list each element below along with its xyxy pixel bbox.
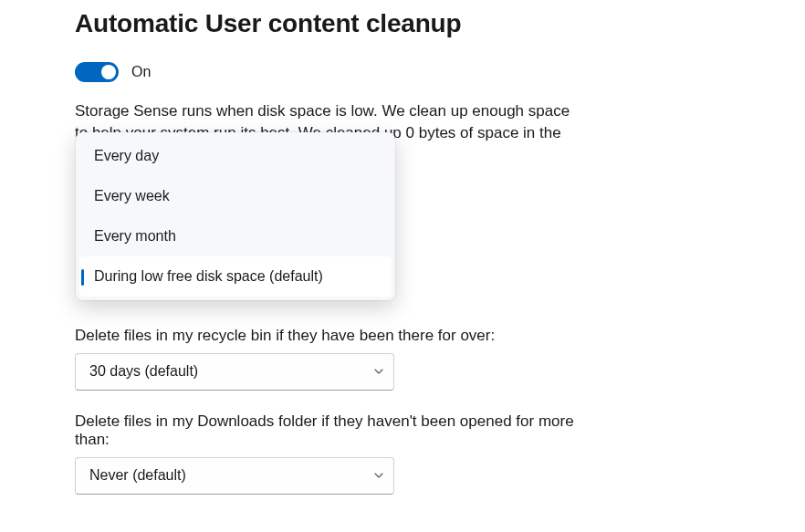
page-title: Automatic User content cleanup — [75, 9, 730, 38]
chevron-down-icon — [373, 470, 384, 481]
dropdown-option-low-disk-space[interactable]: During low free disk space (default) — [79, 256, 392, 297]
run-frequency-dropdown: Every day Every week Every month During … — [76, 132, 395, 300]
downloads-select-value: Never (default) — [89, 467, 186, 484]
dropdown-option-every-week[interactable]: Every week — [79, 176, 392, 216]
cleanup-toggle[interactable] — [75, 62, 119, 82]
toggle-knob — [101, 65, 116, 79]
downloads-label: Delete files in my Downloads folder if t… — [75, 412, 586, 449]
downloads-select[interactable]: Never (default) — [75, 457, 394, 495]
cleanup-toggle-row: On — [75, 62, 730, 82]
chevron-down-icon — [373, 366, 384, 377]
recycle-label: Delete files in my recycle bin if they h… — [75, 327, 730, 345]
recycle-select[interactable]: 30 days (default) — [75, 353, 394, 391]
recycle-select-value: 30 days (default) — [89, 363, 198, 380]
dropdown-option-every-month[interactable]: Every month — [79, 216, 392, 256]
toggle-state-label: On — [131, 64, 151, 80]
dropdown-option-every-day[interactable]: Every day — [79, 136, 392, 176]
